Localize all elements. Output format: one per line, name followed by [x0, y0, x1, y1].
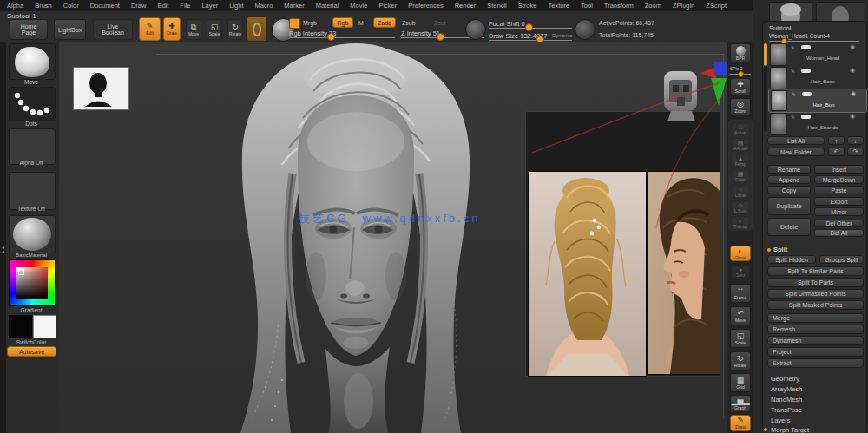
groups-split-button[interactable]: Groups Split [819, 255, 864, 264]
draw-mode-button[interactable]: ✎ Draw [730, 415, 751, 431]
subtool-visibility-toggle[interactable] [802, 92, 812, 96]
del-all-button[interactable]: Del All [814, 229, 864, 237]
reference-photo-brunette[interactable] [647, 171, 720, 375]
camera-mannequin-gizmo[interactable] [657, 61, 727, 121]
menu-zplugin[interactable]: ZPlugin [673, 2, 694, 10]
section-geometry[interactable]: Geometry [771, 375, 799, 383]
m-label[interactable]: M [358, 20, 364, 26]
remesh-button[interactable]: Remesh [767, 325, 864, 334]
switch-color-button[interactable]: SwitchColor [9, 339, 54, 345]
scale-gizmo-button[interactable]: ◱ Scale [730, 329, 751, 348]
reference-photo-blonde[interactable] [528, 171, 647, 377]
subtool-header[interactable]: Subtool [769, 24, 791, 32]
section-morph-target[interactable]: Morph Target [771, 426, 809, 433]
reference-thumbnail[interactable] [73, 67, 129, 110]
live-boolean-button[interactable]: Live Boolean [93, 19, 133, 40]
autosave-button[interactable]: Autosave [7, 346, 56, 357]
lsym-button[interactable]: ◇ L.Sym [731, 200, 750, 214]
project-button[interactable]: Project [767, 347, 864, 357]
subtool-eye-icon[interactable]: ◉ [850, 43, 855, 50]
dynamic-toggle[interactable]: Dynamic [552, 33, 572, 38]
scale-button[interactable]: ◱ Scale [207, 19, 222, 40]
brush-preview-icon-2[interactable] [575, 19, 595, 40]
grid-button[interactable]: ▦ Grid [730, 373, 751, 392]
menu-material[interactable]: Material [316, 2, 339, 10]
menu-draw[interactable]: Draw [131, 2, 147, 10]
subtool-row[interactable]: ✎ ◉ Hair_Base [770, 67, 864, 88]
mergedown-button[interactable]: MergeDown [814, 175, 864, 184]
menu-movie[interactable]: Movie [350, 2, 367, 10]
ghost-button[interactable]: ◐ Ghost [730, 246, 751, 261]
persp-button[interactable]: ▲ Persp [731, 154, 750, 167]
subtool-up-button[interactable]: ↑ [828, 136, 845, 145]
merge-button[interactable]: Merge [767, 313, 864, 323]
subtool-eye-icon[interactable]: ◉ [850, 113, 855, 120]
spix-nub[interactable] [738, 71, 744, 77]
copy-button[interactable]: Copy [767, 186, 811, 194]
subtool-scroll-thumb[interactable] [764, 43, 767, 66]
focal-shift-nub[interactable] [525, 23, 533, 31]
new-folder-button[interactable]: New Folder [767, 148, 825, 156]
mirror-button[interactable]: Mirror [814, 207, 864, 216]
secondary-color-swatch[interactable] [33, 315, 56, 338]
zadd-button[interactable]: Zadd [373, 17, 396, 28]
menu-document[interactable]: Document [90, 2, 120, 10]
menu-layer[interactable]: Layer [201, 2, 218, 10]
active-tool-row[interactable]: Woman_Head1 Count-4 [769, 33, 859, 42]
extract-button[interactable]: Extract [767, 358, 864, 368]
subtool-visibility-toggle[interactable] [801, 115, 811, 119]
home-page-button[interactable]: Home Page [10, 19, 48, 40]
rotate-button[interactable]: ↻ Rotate [227, 19, 243, 40]
duplicate-button[interactable]: Duplicate [767, 197, 811, 215]
left-tray-divider[interactable] [0, 42, 6, 433]
split-unmasked-button[interactable]: Split Unmasked Points [767, 289, 864, 299]
spix-slider[interactable]: SPix 2 [730, 66, 751, 75]
sculpt-head-model[interactable] [195, 43, 516, 433]
section-nanomesh[interactable]: NanoMesh [771, 396, 802, 403]
menu-zscript[interactable]: ZScript [706, 2, 727, 10]
aahalf-button[interactable]: ▤ AAHalf [731, 138, 750, 152]
del-other-button[interactable]: Del Other [814, 220, 864, 227]
main-color-swatch[interactable] [9, 315, 32, 338]
split-section-header[interactable]: Split [767, 246, 787, 253]
menu-file[interactable]: File [180, 2, 190, 10]
rename-button[interactable]: Rename [767, 165, 811, 174]
split-masked-button[interactable]: Split Masked Points [767, 300, 864, 310]
folder-collapse-button[interactable]: ↶ [828, 148, 845, 156]
sculptris-pro-button[interactable] [247, 16, 267, 42]
subtool-row[interactable]: ✎ ◉ Woman_Head [770, 43, 864, 64]
section-arraymesh[interactable]: ArrayMesh [771, 385, 802, 393]
subtool-down-button[interactable]: ↓ [847, 136, 864, 145]
menu-preferences[interactable]: Preferences [408, 2, 443, 10]
zsub-label[interactable]: Zsub [402, 20, 416, 26]
transp-button[interactable]: ◐ Transp [731, 216, 750, 230]
list-all-button[interactable]: List All [767, 136, 825, 145]
lightbox-button[interactable]: LightBox [54, 19, 86, 40]
menu-light[interactable]: Light [229, 2, 243, 10]
solo-button[interactable]: ● Solo [731, 265, 750, 279]
subtool-paint-icon[interactable]: ✎ [792, 91, 796, 97]
texture-selector[interactable] [9, 172, 56, 210]
menu-tool[interactable]: Tool [581, 2, 593, 10]
mrgb-label[interactable]: Mrgb [303, 20, 317, 26]
bpr-button[interactable]: BPR [730, 43, 751, 62]
split-hidden-button[interactable]: Split Hidden [767, 255, 816, 264]
actual-button[interactable]: □ Actual [731, 122, 750, 136]
paste-button[interactable]: Paste [814, 186, 864, 194]
subtool-scrollbar[interactable] [764, 43, 767, 132]
subtool-paint-icon[interactable]: ✎ [791, 114, 795, 120]
insert-button[interactable]: Insert [814, 165, 864, 174]
rgb-intensity-nub[interactable] [327, 33, 335, 41]
material-selector[interactable] [9, 215, 56, 253]
menu-stroke[interactable]: Stroke [518, 2, 537, 10]
menu-brush[interactable]: Brush [35, 2, 52, 10]
folder-expand-button[interactable]: ↷ [847, 148, 864, 156]
subtool-paint-icon[interactable]: ✎ [791, 44, 795, 50]
draw-button[interactable]: ✚ Draw [163, 17, 181, 41]
split-similar-button[interactable]: Split To Similar Parts [767, 266, 864, 276]
edit-button[interactable]: ✎ Edit [139, 17, 161, 41]
subtool-row[interactable]: ✎ ◉ Hair_Strands [770, 113, 864, 134]
subtool-eye-icon[interactable]: ◉ [851, 90, 856, 97]
menu-alpha[interactable]: Alpha [7, 2, 23, 10]
split-to-parts-button[interactable]: Split To Parts [767, 278, 864, 287]
